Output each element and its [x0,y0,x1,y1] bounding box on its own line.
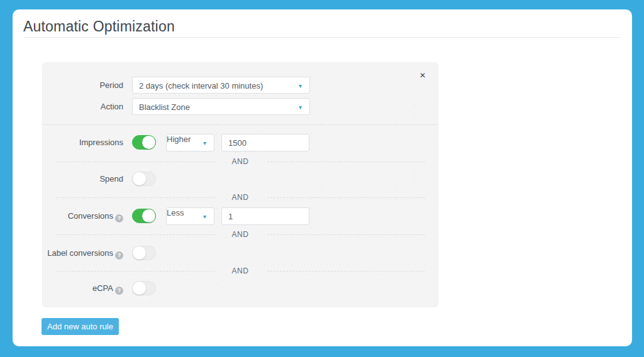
divider-line [57,271,215,272]
conversions-label: Conversions [68,211,113,221]
page-title: Automatic Optimization [23,18,175,35]
chevron-down-icon: ▾ [299,82,302,89]
impressions-toggle[interactable] [132,135,156,150]
divider-line [57,162,215,162]
condition-row-ecpa: eCPA? [43,280,438,297]
divider-line [267,197,425,198]
divider-line [267,162,425,162]
divider-line [57,234,215,235]
condition-row-conversions: Conversions? Less ▾ [43,207,438,225]
chevron-down-icon: ▾ [203,140,206,146]
impressions-operator-value: Higher [167,135,191,144]
spend-label: Spend [43,170,123,188]
period-label: Period [43,77,123,94]
and-divider: AND [43,230,438,239]
toggle-knob [133,282,146,295]
help-icon[interactable]: ? [115,287,123,295]
auto-rule-card: ✕ Period 2 days (check interval 30 minut… [42,62,438,307]
help-icon[interactable]: ? [115,251,123,260]
toggle-knob [142,136,155,149]
add-new-auto-rule-button[interactable]: Add new auto rule [42,318,119,335]
conversions-operator-value: Less [167,208,184,217]
action-label: Action [43,98,123,115]
app-frame: { "page": { "title": "Automatic Optimiza… [0,0,644,357]
conversions-toggle[interactable] [132,209,156,223]
action-select-value: Blacklist Zone [139,102,190,111]
impressions-operator-select[interactable]: Higher ▾ [166,134,214,151]
and-label: AND [223,230,258,239]
chevron-down-icon: ▾ [203,213,206,220]
impressions-value-input[interactable] [221,134,309,151]
ecpa-toggle[interactable] [132,281,156,295]
impressions-label: Impressions [43,134,123,151]
and-label: AND [223,266,258,275]
close-icon[interactable]: ✕ [418,70,428,80]
toggle-knob [133,172,146,185]
conversions-value-input[interactable] [221,207,309,225]
and-divider: AND [43,193,438,202]
label-conversions-toggle[interactable] [132,246,156,260]
divider-line [267,234,425,235]
toggle-knob [133,246,146,260]
condition-row-label-conversions: Label conversions? [43,244,438,262]
divider-line [57,197,215,198]
help-icon[interactable]: ? [115,214,123,222]
period-select[interactable]: 2 days (check interval 30 minutes) ▾ [132,77,310,94]
and-divider: AND [43,266,438,275]
condition-row-impressions: Impressions Higher ▾ [43,134,438,151]
and-label: AND [223,157,258,166]
chevron-down-icon: ▾ [299,103,302,110]
period-select-value: 2 days (check interval 30 minutes) [139,80,263,90]
spend-toggle[interactable] [132,172,156,186]
and-divider: AND [43,157,438,166]
content-panel: Automatic Optimization ✕ Period 2 days (… [13,9,632,346]
conversions-operator-select[interactable]: Less ▾ [166,207,214,225]
divider-line [267,271,425,272]
and-label: AND [223,193,258,202]
action-select[interactable]: Blacklist Zone ▾ [132,98,310,115]
toggle-knob [142,209,155,222]
label-conversions-label: Label conversions [47,248,113,258]
title-divider [23,37,621,38]
ecpa-label: eCPA [92,283,113,293]
condition-row-spend: Spend [43,170,438,188]
section-divider [43,124,438,125]
